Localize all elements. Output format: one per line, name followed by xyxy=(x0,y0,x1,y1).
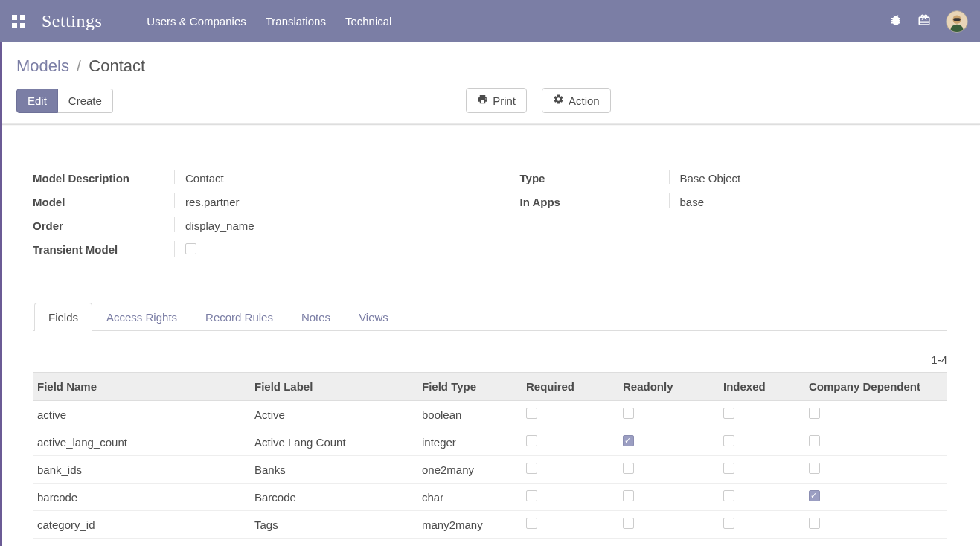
checkbox xyxy=(809,463,820,474)
cell-field-label: Active xyxy=(249,401,416,428)
checkbox xyxy=(723,408,734,419)
action-label: Action xyxy=(569,94,600,107)
checkbox xyxy=(809,490,820,501)
cell-company-dependant xyxy=(803,484,947,511)
table-row[interactable]: category_idTagsmany2many xyxy=(33,511,947,539)
tab-views[interactable]: Views xyxy=(345,303,403,331)
main-header: Settings Users & Companies Translations … xyxy=(0,0,980,42)
nav-users-companies[interactable]: Users & Companies xyxy=(147,15,246,28)
form-sheet: Model Description Contact Model res.part… xyxy=(33,170,947,265)
value-order: display_name xyxy=(174,217,461,232)
tab-notes[interactable]: Notes xyxy=(287,303,345,331)
fields-table: Field Name Field Label Field Type Requir… xyxy=(33,372,947,539)
checkbox xyxy=(526,408,537,419)
label-transient: Transient Model xyxy=(33,241,174,256)
print-label: Print xyxy=(493,94,516,107)
checkbox xyxy=(809,408,820,419)
svg-rect-0 xyxy=(12,15,17,20)
col-required[interactable]: Required xyxy=(520,373,617,401)
tab-record-rules[interactable]: Record Rules xyxy=(191,303,287,331)
cell-company-dependant xyxy=(803,456,947,484)
edit-button[interactable]: Edit xyxy=(16,89,58,113)
checkbox xyxy=(623,435,634,446)
nav-translations[interactable]: Translations xyxy=(266,15,326,28)
cell-required xyxy=(520,484,617,511)
action-button[interactable]: Action xyxy=(542,88,611,113)
cell-field-name: bank_ids xyxy=(33,456,249,484)
table-row[interactable]: activeActiveboolean xyxy=(33,401,947,428)
cell-field-name: category_id xyxy=(33,511,249,539)
label-type: Type xyxy=(520,170,669,184)
label-model: Model xyxy=(33,193,174,208)
apps-icon[interactable] xyxy=(12,15,25,28)
value-model-description: Contact xyxy=(174,170,461,184)
table-row[interactable]: barcodeBarcodechar xyxy=(33,484,947,511)
checkbox xyxy=(723,490,734,501)
value-transient xyxy=(174,241,461,257)
create-button[interactable]: Create xyxy=(58,89,113,113)
cell-readonly xyxy=(617,456,717,484)
checkbox xyxy=(809,435,820,446)
col-readonly[interactable]: Readonly xyxy=(617,373,717,401)
cell-field-type: integer xyxy=(416,428,520,456)
cell-field-label: Barcode xyxy=(249,484,416,511)
checkbox xyxy=(809,518,820,529)
table-row[interactable]: active_lang_countActive Lang Countintege… xyxy=(33,428,947,456)
checkbox xyxy=(526,518,537,529)
svg-rect-1 xyxy=(20,15,25,20)
checkbox xyxy=(526,463,537,474)
svg-rect-3 xyxy=(20,23,25,28)
tab-access-rights[interactable]: Access Rights xyxy=(92,303,191,331)
cell-field-label: Banks xyxy=(249,456,416,484)
avatar[interactable] xyxy=(946,10,968,33)
checkbox xyxy=(623,408,634,419)
cell-field-name: active_lang_count xyxy=(33,428,249,456)
cell-readonly xyxy=(617,401,717,428)
cell-required xyxy=(520,428,617,456)
col-company-dependent[interactable]: Company Dependent xyxy=(803,373,947,401)
cell-field-name: active xyxy=(33,401,249,428)
cell-required xyxy=(520,456,617,484)
gift-icon[interactable] xyxy=(917,13,931,29)
col-indexed[interactable]: Indexed xyxy=(717,373,803,401)
breadcrumb-models[interactable]: Models xyxy=(16,57,69,75)
nav-technical[interactable]: Technical xyxy=(345,15,392,28)
breadcrumb-current: Contact xyxy=(89,57,145,75)
nav-menu: Users & Companies Translations Technical xyxy=(147,15,391,28)
checkbox xyxy=(526,435,537,446)
col-field-type[interactable]: Field Type xyxy=(416,373,520,401)
app-title[interactable]: Settings xyxy=(42,11,102,31)
tab-fields[interactable]: Fields xyxy=(34,303,92,331)
checkbox-transient xyxy=(185,243,196,254)
cell-field-type: boolean xyxy=(416,401,520,428)
checkbox xyxy=(623,490,634,501)
label-model-description: Model Description xyxy=(33,170,174,184)
breadcrumb: Models / Contact xyxy=(16,57,964,76)
cell-indexed xyxy=(717,456,803,484)
table-row[interactable]: bank_idsBanksone2many xyxy=(33,456,947,484)
cell-indexed xyxy=(717,511,803,539)
bug-icon[interactable] xyxy=(889,13,903,29)
cell-readonly xyxy=(617,511,717,539)
print-button[interactable]: Print xyxy=(466,88,527,113)
cell-readonly xyxy=(617,484,717,511)
label-order: Order xyxy=(33,217,174,232)
cell-indexed xyxy=(717,401,803,428)
cell-indexed xyxy=(717,484,803,511)
tabs: Fields Access Rights Record Rules Notes … xyxy=(33,302,947,331)
cell-company-dependant xyxy=(803,511,947,539)
checkbox xyxy=(526,490,537,501)
checkbox xyxy=(723,463,734,474)
cell-company-dependant xyxy=(803,428,947,456)
cell-indexed xyxy=(717,428,803,456)
cell-required xyxy=(520,401,617,428)
value-in-apps: base xyxy=(669,193,948,208)
cell-field-label: Active Lang Count xyxy=(249,428,416,456)
cell-field-type: one2many xyxy=(416,456,520,484)
cell-field-type: char xyxy=(416,484,520,511)
checkbox xyxy=(623,463,634,474)
col-field-name[interactable]: Field Name xyxy=(33,373,249,401)
col-field-label[interactable]: Field Label xyxy=(249,373,416,401)
checkbox xyxy=(623,518,634,529)
pager[interactable]: 1-4 xyxy=(33,331,947,372)
